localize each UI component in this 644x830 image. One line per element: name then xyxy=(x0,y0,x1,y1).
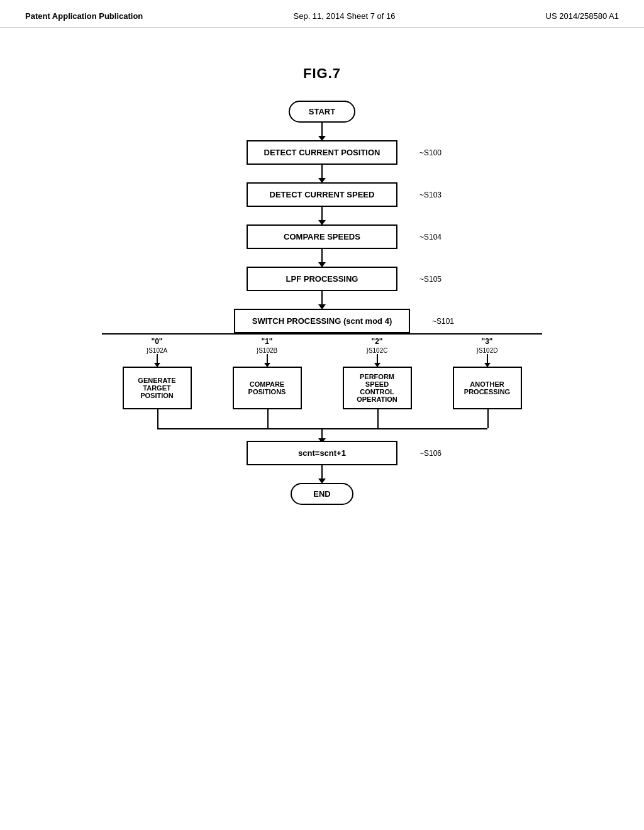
step-detect-speed: DETECT CURRENT SPEED ~S103 xyxy=(247,182,397,207)
step-compare-speeds: COMPARE SPEEDS ~S104 xyxy=(247,224,397,249)
branch-1-box-wrap: COMPARE POSITIONS xyxy=(212,367,322,409)
branch-0-labels: "0" }S102A xyxy=(102,337,212,354)
compare-positions-box: COMPARE POSITIONS xyxy=(233,367,302,409)
arrow-3 xyxy=(321,207,323,224)
branch-2-arrow xyxy=(322,354,432,367)
label-s102a: }S102A xyxy=(147,347,167,354)
label-s100: ~S100 xyxy=(419,148,441,157)
branch-3-quote: "3" xyxy=(481,337,492,346)
step-lpf: LPF PROCESSING ~S105 xyxy=(247,267,397,291)
vline-1 xyxy=(267,409,269,428)
branch-3-labels: "3" }S102D xyxy=(432,337,542,354)
branch-1-labels: "1" }S102B xyxy=(212,337,322,354)
start-node: START xyxy=(289,101,355,123)
label-s102d: }S102D xyxy=(477,347,498,354)
branch-0-arrow xyxy=(102,354,212,367)
label-s104: ~S104 xyxy=(419,233,441,241)
branch-2-box-wrap: PERFORM SPEED CONTROL OPERATION xyxy=(322,367,432,409)
branch-2-quote: "2" xyxy=(371,337,382,346)
branch-1-quote: "1" xyxy=(261,337,272,346)
header-center: Sep. 11, 2014 Sheet 7 of 16 xyxy=(294,11,396,21)
branch-0-box-wrap: GENERATE TARGET POSITION xyxy=(102,367,212,409)
switch-box: SWITCH PROCESSING (scnt mod 4) xyxy=(234,309,410,333)
generate-box: GENERATE TARGET POSITION xyxy=(123,367,192,409)
arrow-5 xyxy=(321,291,323,309)
arrow-2 xyxy=(321,165,323,182)
converge-area xyxy=(102,409,542,441)
step-switch: SWITCH PROCESSING (scnt mod 4) ~S101 xyxy=(234,309,410,333)
flowchart: START DETECT CURRENT POSITION ~S100 DETE… xyxy=(102,101,542,505)
label-s102b: }S102B xyxy=(257,347,277,354)
branch-arrows-row xyxy=(102,354,542,367)
branch-labels-row: "0" }S102A "1" }S102B "2" }S102C "3" }S1… xyxy=(102,337,542,354)
perform-speed-box: PERFORM SPEED CONTROL OPERATION xyxy=(343,367,412,409)
scnt-box: scnt=scnt+1 xyxy=(247,441,397,465)
vline-2 xyxy=(377,409,379,428)
label-s103: ~S103 xyxy=(419,191,441,199)
branch-3-arrow xyxy=(432,354,542,367)
detect-speed-box: DETECT CURRENT SPEED xyxy=(247,182,397,207)
page-header: Patent Application Publication Sep. 11, … xyxy=(0,0,644,28)
branch-0-quote: "0" xyxy=(151,337,162,346)
label-s105: ~S105 xyxy=(419,275,441,284)
branch-1-arrow xyxy=(212,354,322,367)
step-scnt: scnt=scnt+1 ~S106 xyxy=(247,441,397,465)
header-right: US 2014/258580 A1 xyxy=(546,11,619,21)
compare-speeds-box: COMPARE SPEEDS xyxy=(247,224,397,249)
arrow-1 xyxy=(321,123,323,140)
diagram-area: FIG.7 START DETECT CURRENT POSITION ~S10… xyxy=(0,28,644,505)
label-s106: ~S106 xyxy=(419,449,441,458)
label-s101: ~S101 xyxy=(432,317,454,326)
end-node: END xyxy=(291,483,353,505)
fig-title: FIG.7 xyxy=(303,65,341,82)
another-processing-box: ANOTHER PROCESSING xyxy=(453,367,522,409)
detect-position-box: DETECT CURRENT POSITION xyxy=(247,140,397,165)
label-s102c: }S102C xyxy=(367,347,388,354)
branch-3-box-wrap: ANOTHER PROCESSING xyxy=(432,367,542,409)
step-detect-position: DETECT CURRENT POSITION ~S100 xyxy=(247,140,397,165)
branch-boxes-row: GENERATE TARGET POSITION COMPARE POSITIO… xyxy=(102,367,542,409)
header-left: Patent Application Publication xyxy=(25,11,143,21)
lpf-box: LPF PROCESSING xyxy=(247,267,397,291)
vline-3 xyxy=(487,409,489,428)
h-line-top xyxy=(102,333,542,335)
arrow-6 xyxy=(321,465,323,483)
arrow-4 xyxy=(321,249,323,267)
vline-0 xyxy=(157,409,158,428)
branch-2-labels: "2" }S102C xyxy=(322,337,432,354)
